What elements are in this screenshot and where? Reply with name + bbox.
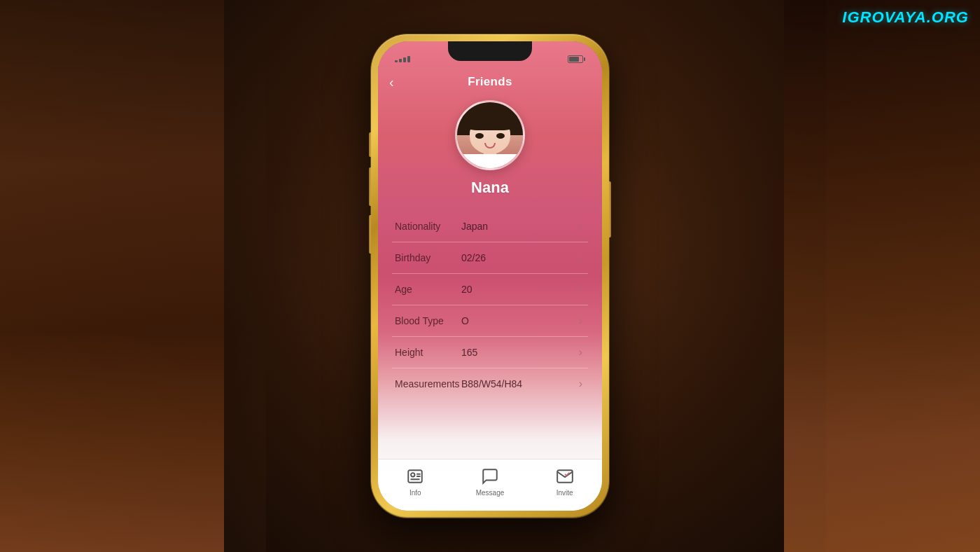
- signal-bar-1: [395, 60, 398, 62]
- avatar-eye-left: [475, 133, 484, 139]
- info-tab-label: Info: [410, 489, 421, 497]
- chevron-icon-5: ›: [579, 378, 582, 390]
- phone-notch: [448, 41, 532, 61]
- info-value-4: 165: [461, 347, 573, 358]
- message-tab-icon: [480, 467, 500, 486]
- volume-toggle-button[interactable]: [369, 132, 371, 157]
- battery-indicator: [568, 55, 585, 63]
- info-label-5: Measurements: [395, 378, 461, 389]
- message-tab-label: Message: [476, 489, 505, 497]
- info-value-5: B88/W54/H84: [461, 378, 573, 389]
- tab-message[interactable]: Message: [469, 467, 511, 497]
- info-value-0: Japan: [461, 221, 573, 232]
- avatar-image: [457, 102, 523, 168]
- power-button[interactable]: [609, 181, 611, 237]
- battery-fill: [569, 57, 579, 62]
- info-label-0: Nationality: [395, 221, 461, 232]
- info-label-3: Blood Type: [395, 315, 461, 326]
- header-title: Friends: [468, 75, 512, 89]
- chevron-icon-2: ›: [579, 283, 582, 296]
- signal-bar-2: [399, 59, 402, 62]
- phone-wrapper: ‹ Friends: [371, 34, 609, 518]
- info-value-1: 02/26: [461, 252, 573, 263]
- info-list: Nationality Japan › Birthday 02/26 › Age…: [392, 211, 588, 459]
- tab-bar: Info Message: [378, 459, 602, 511]
- phone-screen-frame: ‹ Friends: [378, 41, 602, 511]
- info-tab-icon: [405, 467, 425, 486]
- profile-section: Nana: [378, 95, 602, 208]
- signal-bar-3: [403, 57, 406, 62]
- invite-tab-label: Invite: [556, 489, 573, 497]
- info-row-5[interactable]: Measurements B88/W54/H84 ›: [392, 368, 588, 399]
- chevron-icon-3: ›: [579, 315, 582, 327]
- volume-up-button[interactable]: [369, 167, 371, 206]
- info-row-4[interactable]: Height 165 ›: [392, 337, 588, 368]
- info-value-2: 20: [461, 284, 573, 295]
- volume-down-button[interactable]: [369, 215, 371, 254]
- info-row-3[interactable]: Blood Type O ›: [392, 305, 588, 337]
- invite-tab-icon: [555, 467, 575, 486]
- battery-tip: [584, 57, 585, 61]
- app-header: ‹ Friends: [378, 72, 602, 95]
- info-label-2: Age: [395, 284, 461, 295]
- signal-bar-4: [407, 56, 410, 62]
- phone-outer-frame: ‹ Friends: [371, 34, 609, 518]
- chevron-icon-0: ›: [579, 220, 582, 233]
- avatar-clothes: [457, 154, 523, 168]
- tab-info[interactable]: Info: [394, 467, 436, 497]
- avatar-eye-right: [496, 133, 505, 139]
- avatar-container: [455, 100, 525, 170]
- svg-point-1: [411, 473, 414, 476]
- info-row-1[interactable]: Birthday 02/26 ›: [392, 242, 588, 274]
- info-row-2[interactable]: Age 20 ›: [392, 274, 588, 305]
- info-row-0[interactable]: Nationality Japan ›: [392, 211, 588, 242]
- info-label-4: Height: [395, 347, 461, 358]
- info-label-1: Birthday: [395, 252, 461, 263]
- phone-screen: ‹ Friends: [378, 41, 602, 511]
- tab-invite[interactable]: Invite: [544, 467, 586, 497]
- chevron-icon-4: ›: [579, 346, 582, 359]
- wood-panel-right: [784, 0, 980, 552]
- info-value-3: O: [461, 315, 573, 326]
- chevron-icon-1: ›: [579, 251, 582, 264]
- battery-body: [568, 55, 583, 63]
- signal-bars: [395, 56, 410, 62]
- back-button[interactable]: ‹: [389, 74, 394, 90]
- avatar-bangs: [463, 115, 517, 130]
- character-name: Nana: [471, 179, 509, 197]
- watermark: IGROVAYA.ORG: [842, 8, 969, 27]
